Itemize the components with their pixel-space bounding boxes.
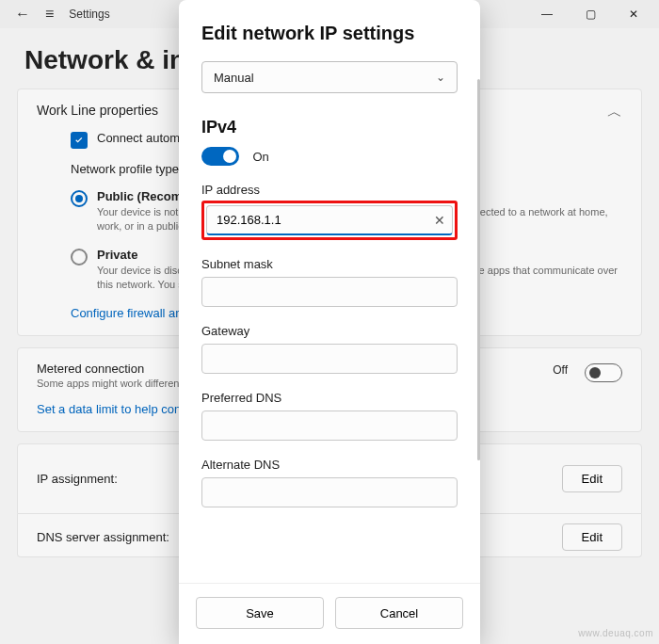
ip-settings-dialog: Edit network IP settings Manual ⌄ IPv4 O… [179, 0, 480, 644]
mode-select[interactable]: Manual ⌄ [201, 61, 458, 93]
ip-address-label: IP address [201, 183, 458, 197]
dialog-title: Edit network IP settings [201, 23, 458, 44]
clear-input-icon[interactable]: ✕ [434, 213, 445, 228]
chevron-down-icon: ⌄ [436, 71, 445, 84]
save-button[interactable]: Save [196, 597, 324, 629]
watermark: www.deuaq.com [578, 628, 653, 638]
alt-dns-input[interactable] [201, 477, 458, 507]
pref-dns-input[interactable] [201, 411, 458, 441]
subnet-input[interactable] [201, 277, 458, 307]
ip-address-input[interactable] [206, 205, 453, 235]
mode-value: Manual [214, 71, 254, 85]
ipv4-heading: IPv4 [201, 118, 458, 137]
pref-dns-label: Preferred DNS [201, 391, 458, 405]
ip-address-highlight: ✕ [201, 201, 458, 240]
gateway-input[interactable] [201, 344, 458, 374]
gateway-label: Gateway [201, 324, 458, 338]
dialog-scrollbar[interactable] [477, 79, 480, 460]
dialog-footer: Save Cancel [179, 583, 480, 644]
ipv4-state: On [252, 150, 268, 164]
cancel-button[interactable]: Cancel [335, 597, 463, 629]
alt-dns-label: Alternate DNS [201, 458, 458, 472]
ipv4-toggle[interactable] [201, 147, 239, 166]
subnet-label: Subnet mask [201, 257, 458, 271]
